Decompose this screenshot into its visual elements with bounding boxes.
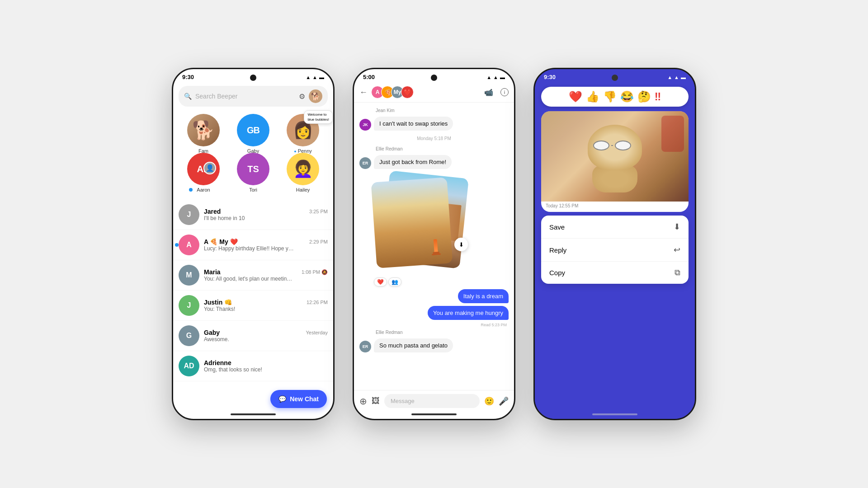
- chat-time-maria: 1:08 PM 🔕: [302, 269, 328, 275]
- chat-item-gaby[interactable]: G Gaby Yesterday Awesome.: [173, 321, 333, 351]
- mic-icon[interactable]: 🎤: [499, 396, 509, 406]
- chat-time-amy: 2:29 PM: [309, 239, 328, 244]
- aaron-online-dot: [188, 187, 193, 192]
- reaction-btn-thumbsdown[interactable]: 👎: [603, 90, 617, 103]
- phone-3-context-menu: 9:30 ▲ ▲ ▬ ❤️ 👍 👎 😂 🤔 ‼️: [533, 68, 696, 420]
- msg-row-outgoing-1: Italy is a dream: [359, 289, 509, 303]
- avatar-maria: M: [179, 265, 199, 286]
- reply-label: Reply: [549, 246, 566, 254]
- story-label-hailey: Hailey: [296, 187, 310, 192]
- sticker-icon[interactable]: 🖼: [372, 396, 380, 406]
- chat-preview-adrienne: Omg, that looks so nice!: [204, 366, 294, 373]
- chat-info-adrienne: Adrienne Omg, that looks so nice!: [204, 359, 328, 373]
- video-icon[interactable]: 📹: [484, 88, 493, 97]
- msg-row-1: JK I can't wait to swap stories: [359, 117, 509, 131]
- emoji-icon[interactable]: 🙂: [484, 396, 494, 406]
- dog-image: [541, 111, 689, 202]
- gear-icon[interactable]: ⚙: [299, 92, 305, 101]
- chat-preview-maria: You: All good, let's plan our meeting co…: [204, 276, 294, 282]
- status-time-3: 9:30: [544, 74, 556, 80]
- signal-icon-2: ▲: [493, 75, 498, 80]
- status-icons-3: ▲ ▲ ▬: [667, 75, 686, 80]
- plus-icon[interactable]: ⊕: [359, 396, 367, 407]
- dog-face: [583, 125, 646, 192]
- new-chat-button[interactable]: 💬 New Chat: [270, 390, 327, 408]
- message-input[interactable]: Message: [384, 394, 480, 408]
- story-hailey[interactable]: 👩‍🦱 Hailey: [287, 153, 319, 192]
- status-icons-1: ▲ ▲ ▬: [306, 75, 324, 80]
- story-gaby[interactable]: GB Gaby: [237, 114, 269, 154]
- bubble-3: So much pasta and gelato: [374, 338, 453, 352]
- status-icons-2: ▲ ▲ ▬: [486, 75, 505, 80]
- camera-cutout-3: [612, 75, 618, 81]
- battery-icon-3: ▬: [681, 75, 686, 80]
- context-menu: Save ⬇ Reply ↩ Copy ⧉: [541, 216, 689, 284]
- chat-preview-amy: Lucy: Happy birthday Ellie!! Hope you've…: [204, 245, 294, 252]
- sender-ellie-2: Ellie Redman: [376, 330, 509, 335]
- chat-bubble-icon: 💬: [278, 395, 286, 403]
- group-avatar-heart: ❤️: [401, 86, 414, 99]
- chat-item-amy[interactable]: A A 🍕 My ❤️ 2:29 PM Lucy: Happy birthday…: [173, 230, 333, 260]
- reaction-btn-laugh[interactable]: 😂: [620, 90, 634, 103]
- story-fam[interactable]: 🐕 Fam: [187, 114, 220, 154]
- group-avatars: A 🍕 My ❤️: [371, 86, 414, 99]
- chat-preview-jared: I'll be home in 10: [204, 215, 294, 221]
- menu-item-save[interactable]: Save ⬇: [541, 216, 689, 239]
- date-divider: Monday 5:18 PM: [359, 136, 509, 141]
- reaction-users[interactable]: 👥: [388, 277, 401, 286]
- reaction-btn-exclaim[interactable]: ‼️: [655, 90, 661, 103]
- reaction-heart[interactable]: ❤️: [374, 277, 387, 286]
- chair-bg: [661, 116, 684, 152]
- menu-item-copy[interactable]: Copy ⧉: [541, 262, 689, 284]
- stories-row-2: AN Aaron 👤 TS Tori 👩‍🦱 Hailey: [173, 152, 333, 196]
- chat-name-amy: A 🍕 My ❤️: [204, 238, 238, 245]
- reactions-row: ❤️ 👥: [374, 277, 509, 286]
- chat-list: J Jared 3:25 PM I'll be home in 10 A A 🍕…: [173, 200, 333, 381]
- story-aaron[interactable]: AN Aaron 👤: [187, 153, 220, 192]
- chat-name-adrienne: Adrienne: [204, 359, 231, 366]
- bubble-1: I can't wait to swap stories: [374, 117, 453, 131]
- chat-name-jared: Jared: [204, 208, 221, 215]
- messages-area: Jean Kim JK I can't wait to swap stories…: [354, 103, 514, 389]
- story-tori[interactable]: TS Tori: [237, 153, 269, 192]
- chat-item-adrienne[interactable]: AD Adrienne Omg, that looks so nice!: [173, 351, 333, 381]
- save-icon: ⬇: [674, 222, 680, 232]
- dog-head: [588, 125, 642, 170]
- bubble-outgoing-1: Italy is a dream: [458, 289, 509, 303]
- signal-icon-3: ▲: [674, 75, 679, 80]
- home-indicator-3: [592, 413, 637, 415]
- info-icon[interactable]: i: [500, 88, 509, 96]
- chat-item-justin[interactable]: J Justin 👊 12:26 PM You: Thanks!: [173, 291, 333, 321]
- story-avatar-hailey: 👩‍🦱: [287, 153, 319, 185]
- download-button[interactable]: ⬇: [454, 238, 468, 251]
- dog-image-card: Today 12:55 PM: [541, 111, 689, 212]
- save-label: Save: [549, 223, 565, 231]
- msg-row-2: ER Just got back from Rome!: [359, 155, 509, 169]
- emoji-reactions-bar: ❤️ 👍 👎 😂 🤔 ‼️: [541, 87, 689, 107]
- msg-avatar-jean: JK: [359, 119, 371, 131]
- story-penny[interactable]: Welcome toblue bubbles! 👩 ● Penny: [287, 114, 319, 154]
- chat-item-maria[interactable]: M Maria 1:08 PM 🔕 You: All good, let's p…: [173, 260, 333, 291]
- story-overlap-avatar: 👤: [203, 162, 216, 174]
- avatar-justin: J: [179, 295, 199, 316]
- phone1-content: 🔍 Search Beeper ⚙ 🐕 🐕 Fam GB Gaby: [173, 86, 333, 381]
- chat-item-jared[interactable]: J Jared 3:25 PM I'll be home in 10: [173, 200, 333, 230]
- copy-label: Copy: [549, 269, 565, 277]
- search-bar[interactable]: 🔍 Search Beeper ⚙ 🐕: [179, 86, 328, 107]
- signal-icon: ▲: [312, 75, 317, 80]
- avatar-adrienne: AD: [179, 356, 199, 376]
- sender-ellie-1: Ellie Redman: [376, 146, 509, 151]
- sender-jean: Jean Kim: [376, 108, 509, 113]
- avatar-jared: J: [179, 204, 199, 225]
- menu-item-reply[interactable]: Reply ↩: [541, 239, 689, 262]
- wifi-icon: ▲: [306, 75, 311, 80]
- user-avatar[interactable]: 🐕: [309, 89, 322, 103]
- message-input-bar: ⊕ 🖼 Message 🙂 🎤: [354, 390, 514, 412]
- chat-info-gaby: Gaby Yesterday Awesome.: [204, 329, 328, 343]
- reaction-btn-heart[interactable]: ❤️: [569, 90, 582, 103]
- dog-timestamp: Today 12:55 PM: [541, 202, 689, 208]
- story-label-aaron: Aaron: [197, 187, 210, 192]
- reaction-btn-think[interactable]: 🤔: [637, 90, 651, 103]
- reaction-btn-thumbsup[interactable]: 👍: [586, 90, 599, 103]
- back-button[interactable]: ←: [359, 88, 368, 97]
